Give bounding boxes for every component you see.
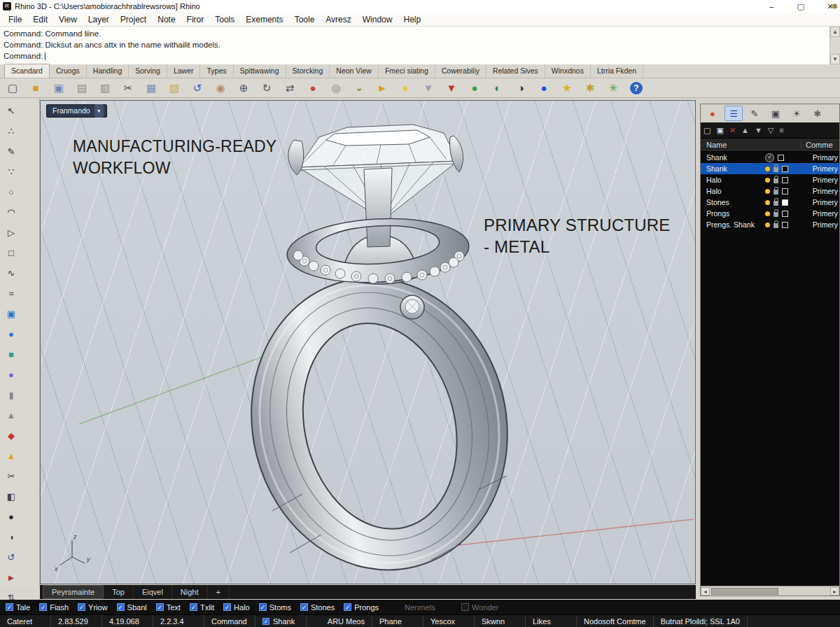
- dynamic-view-icon[interactable]: ⇄: [281, 80, 298, 96]
- toggle-fiash[interactable]: ✓Fiash: [39, 603, 69, 612]
- layer-color-swatch[interactable]: [778, 155, 784, 161]
- boolean-union-icon[interactable]: ●: [2, 507, 20, 526]
- lamp-icon[interactable]: ●: [397, 80, 414, 96]
- cylinder-icon[interactable]: ▮: [2, 385, 20, 404]
- curve-tool-icon[interactable]: ∿: [2, 263, 20, 283]
- globe-dark-icon[interactable]: ◑: [512, 80, 529, 96]
- lock-icon[interactable]: [774, 201, 778, 206]
- control-points-icon[interactable]: ∵: [2, 162, 20, 181]
- toolbar-tab-winxdnos[interactable]: Winxdnos: [545, 64, 591, 78]
- layer-color-swatch[interactable]: [782, 199, 788, 206]
- menu-toole[interactable]: Toole: [289, 13, 321, 27]
- panel-gear-tab[interactable]: ✱: [808, 106, 827, 121]
- status-2-83-529[interactable]: 2.83.529: [51, 615, 102, 627]
- visibility-bulb-icon[interactable]: [765, 223, 770, 227]
- sun-tab[interactable]: ☀: [788, 106, 806, 121]
- fill-red-icon[interactable]: ▼: [443, 80, 460, 96]
- layer-row-halo[interactable]: Halo Primery: [701, 185, 839, 197]
- gumball-red-icon[interactable]: ◆: [2, 425, 20, 445]
- trim-icon[interactable]: ✂: [2, 466, 20, 486]
- scroll-up-icon[interactable]: ▲: [830, 27, 840, 37]
- new-layer-icon[interactable]: ▢: [704, 124, 710, 136]
- toggle-txlit[interactable]: ✓Txlit: [190, 603, 214, 612]
- scroll-down-icon[interactable]: ▼: [830, 54, 840, 64]
- menu-avresz[interactable]: Avresz: [320, 13, 356, 27]
- drop-icon[interactable]: ▼: [420, 80, 437, 96]
- viewport-tab-night[interactable]: Night: [172, 586, 208, 598]
- sphere-purple-icon[interactable]: ●: [2, 365, 20, 384]
- status-aru-meos[interactable]: ARU Meos: [321, 615, 372, 627]
- toolbar-tab-sorving[interactable]: Sorving: [129, 64, 167, 78]
- toolbar-tab-ltrria-fkden[interactable]: Ltrria Fkden: [591, 64, 643, 78]
- sphere-blue-icon[interactable]: ●: [536, 80, 552, 96]
- save-icon[interactable]: ▣: [50, 80, 67, 96]
- blob-icon[interactable]: ◒: [351, 80, 368, 96]
- layer-row-prongs[interactable]: Prongs Primery: [701, 208, 839, 219]
- viewport-tab-[interactable]: +: [208, 586, 230, 598]
- lock-icon[interactable]: [774, 167, 778, 172]
- scroll-right-icon[interactable]: ►: [830, 587, 839, 596]
- menu-view[interactable]: View: [53, 13, 83, 27]
- toolbar-tab-cruogs[interactable]: Cruogs: [50, 64, 87, 78]
- toolbar-tab-spittwawing[interactable]: Spittwawing: [234, 64, 286, 78]
- status-cateret[interactable]: Cateret: [0, 615, 51, 627]
- toolbar-tab-storcking[interactable]: Storcking: [286, 64, 330, 78]
- gears-icon[interactable]: ✱: [582, 80, 598, 96]
- move-up-icon[interactable]: ▲: [741, 124, 749, 136]
- scroll-left-icon[interactable]: ◄: [701, 587, 710, 596]
- toggle-text[interactable]: ✓Text: [156, 603, 181, 612]
- star-gold-icon[interactable]: ★: [559, 80, 575, 96]
- status-phane[interactable]: Phane: [372, 615, 424, 627]
- layer-color-swatch[interactable]: [782, 166, 788, 172]
- sphere-teal-icon[interactable]: ◐: [489, 80, 506, 96]
- toolbar-tab-neon-view[interactable]: Neon View: [330, 64, 379, 78]
- torus-icon[interactable]: ◎: [328, 80, 344, 96]
- tabbar-gear-icon[interactable]: ✱: [832, 2, 838, 11]
- toggle-prongs[interactable]: ✓Prongs: [344, 603, 379, 612]
- toggle-nenmets[interactable]: Nenmets: [405, 603, 435, 612]
- menu-note[interactable]: Note: [152, 13, 181, 27]
- scrollbar-thumb[interactable]: [711, 588, 778, 595]
- visibility-bulb-icon[interactable]: [765, 200, 770, 205]
- status-command[interactable]: Command: [204, 615, 255, 627]
- command-scrollbar[interactable]: ▲ ▼: [830, 27, 840, 64]
- boolean-diff-icon[interactable]: ◑: [2, 527, 20, 547]
- viewport-perspective[interactable]: z x y Franmando ▼ MANUFACTURING-READY WO…: [40, 100, 696, 584]
- select-arrow-icon[interactable]: ↖: [2, 101, 20, 120]
- status-shank[interactable]: ✓Shank: [255, 615, 307, 627]
- status-2-2-3-4[interactable]: 2.2.3.4: [153, 615, 204, 627]
- copy-icon[interactable]: ▦: [143, 80, 160, 96]
- viewport-tab-top[interactable]: Top: [104, 586, 134, 598]
- status-4-19-068[interactable]: 4.19.068: [102, 615, 153, 627]
- lock-icon[interactable]: [774, 178, 778, 183]
- toggle-tale[interactable]: ✓Tale: [6, 603, 30, 612]
- zoom-icon[interactable]: ⊕: [235, 80, 252, 96]
- export-icon[interactable]: ▥: [97, 80, 113, 96]
- layer-options-icon[interactable]: ≡: [779, 124, 783, 136]
- lock-icon[interactable]: [774, 190, 778, 195]
- toggle-wonder[interactable]: Wonder: [461, 603, 498, 612]
- status-likes[interactable]: Likes: [526, 615, 577, 627]
- layers-tab[interactable]: ☰: [724, 106, 743, 121]
- menu-window[interactable]: Window: [357, 13, 398, 27]
- undo-icon[interactable]: ↺: [189, 80, 206, 96]
- viewport-tab-eiqvel[interactable]: Eiqvel: [134, 586, 172, 598]
- status-yescox[interactable]: Yescox: [424, 615, 475, 627]
- delete-layer-icon[interactable]: ✕: [729, 124, 736, 136]
- paste-icon[interactable]: ▧: [166, 80, 183, 96]
- filter-layers-icon[interactable]: ▽: [768, 124, 774, 136]
- layer-row-prengs-shank[interactable]: Prengs. Shank Primery: [701, 219, 839, 230]
- lock-icon[interactable]: [774, 212, 778, 217]
- layer-row-shank[interactable]: Shank ✓ Primary: [701, 152, 839, 163]
- arrow-gold-icon[interactable]: ►: [374, 80, 391, 96]
- layer-row-shank[interactable]: Shank Primery: [701, 163, 839, 174]
- toolbar-tab-fmeci-siating[interactable]: Fmeci siating: [379, 64, 435, 78]
- toggle-halo[interactable]: ✓Halo: [223, 603, 250, 612]
- toolbar-tab-types[interactable]: Types: [200, 64, 233, 78]
- pan-hand-icon[interactable]: ◉: [212, 80, 229, 96]
- toggle-sbanl[interactable]: ✓Sbanl: [117, 603, 147, 612]
- rectangle-tool-icon[interactable]: □: [2, 243, 20, 262]
- toggle-stones[interactable]: ✓Stones: [300, 603, 335, 612]
- command-area[interactable]: Command: Command liine.Command: Dicksut …: [0, 27, 840, 65]
- sphere-red-icon[interactable]: ●: [304, 80, 321, 96]
